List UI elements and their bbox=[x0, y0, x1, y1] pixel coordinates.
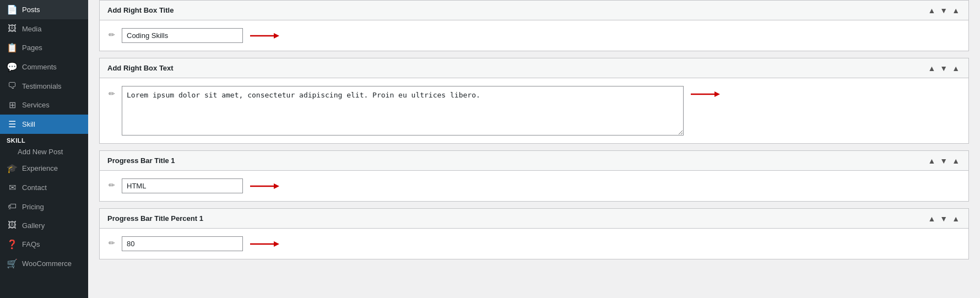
section-pb1-collapse-btn[interactable]: ▲ bbox=[951, 157, 961, 165]
textarea-arrow-wrapper: Lorem ipsum dolor sit amet, consectetur … bbox=[122, 86, 721, 136]
section-progress-bar-percent-1: Progress Bar Title Percent 1 ▲ ▼ ▲ ✏ bbox=[99, 208, 969, 259]
sidebar-label-pages: Pages bbox=[22, 44, 42, 52]
section-right-box-title-header: Add Right Box Title ▲ ▼ ▲ bbox=[100, 1, 968, 20]
sidebar-label-comments: Comments bbox=[22, 63, 57, 71]
section-progress-bar-percent-1-body: ✏ bbox=[100, 229, 968, 259]
pricing-icon: 🏷 bbox=[7, 202, 18, 212]
section-up-btn[interactable]: ▲ bbox=[927, 7, 936, 14]
section-text-collapse-btn[interactable]: ▲ bbox=[951, 64, 961, 72]
section-pb1-down-btn[interactable]: ▼ bbox=[939, 157, 949, 165]
section-right-box-title: Add Right Box Title ▲ ▼ ▲ ✏ bbox=[99, 0, 969, 51]
posts-icon: 📄 bbox=[7, 4, 18, 15]
sidebar-item-contact[interactable]: ✉ Contact bbox=[0, 178, 88, 197]
sidebar-section-skill: Skill bbox=[0, 134, 88, 145]
svg-marker-1 bbox=[274, 33, 279, 39]
sidebar-item-media[interactable]: 🖼 Media bbox=[0, 19, 88, 38]
sidebar-label-pricing: Pricing bbox=[22, 203, 44, 211]
red-arrow-1 bbox=[247, 31, 280, 41]
sidebar-label-services: Services bbox=[22, 101, 50, 109]
section-text-down-btn[interactable]: ▼ bbox=[939, 64, 949, 72]
pencil-icon: ✏ bbox=[109, 30, 115, 39]
gallery-icon: 🖼 bbox=[7, 220, 18, 230]
section-progress-bar-percent-1-label: Progress Bar Title Percent 1 bbox=[107, 214, 203, 223]
sidebar-label-media: Media bbox=[22, 25, 41, 33]
sidebar-item-testimonials[interactable]: 🗨 Testimonials bbox=[0, 77, 88, 95]
sidebar-item-posts[interactable]: 📄 Posts bbox=[0, 0, 88, 19]
red-arrow-3 bbox=[247, 181, 280, 191]
section-right-box-title-label: Add Right Box Title bbox=[107, 6, 174, 14]
section-pbp1-up-btn[interactable]: ▲ bbox=[927, 215, 936, 223]
sidebar-label-experience: Experience bbox=[22, 164, 58, 172]
section-right-box-text-header: Add Right Box Text ▲ ▼ ▲ bbox=[100, 58, 968, 78]
section-pb1-up-btn[interactable]: ▲ bbox=[927, 157, 936, 165]
section-progress-bar-percent-1-controls: ▲ ▼ ▲ bbox=[927, 215, 961, 223]
section-pbp1-collapse-btn[interactable]: ▲ bbox=[951, 215, 961, 223]
sidebar-item-gallery[interactable]: 🖼 Gallery bbox=[0, 216, 88, 235]
sidebar-sub-add-new-post[interactable]: Add New Post bbox=[0, 145, 88, 159]
sidebar-label-contact: Contact bbox=[22, 183, 47, 192]
sidebar-label-faqs: FAQs bbox=[22, 240, 40, 248]
pencil-icon-4: ✏ bbox=[109, 239, 115, 247]
right-box-text-textarea[interactable]: Lorem ipsum dolor sit amet, consectetur … bbox=[122, 86, 684, 136]
progress-bar-title-1-input[interactable] bbox=[122, 178, 243, 193]
sidebar-item-skill[interactable]: ☰ Skill bbox=[0, 115, 88, 134]
section-right-box-text-label: Add Right Box Text bbox=[107, 64, 174, 72]
sidebar: 📄 Posts 🖼 Media 📋 Pages 💬 Comments 🗨 Tes… bbox=[0, 0, 88, 298]
contact-icon: ✉ bbox=[7, 182, 18, 193]
section-collapse-btn[interactable]: ▲ bbox=[951, 7, 961, 14]
woocommerce-icon: 🛒 bbox=[7, 258, 18, 269]
section-progress-bar-title-1-body: ✏ bbox=[100, 171, 968, 201]
red-arrow-4 bbox=[247, 239, 280, 249]
services-icon: ⊞ bbox=[7, 100, 18, 110]
svg-marker-5 bbox=[274, 183, 279, 189]
right-box-title-input[interactable] bbox=[122, 28, 243, 43]
section-right-box-text-body: ✏ Lorem ipsum dolor sit amet, consectetu… bbox=[100, 78, 968, 143]
section-right-box-title-controls: ▲ ▼ ▲ bbox=[927, 7, 961, 14]
svg-marker-7 bbox=[274, 241, 279, 247]
section-progress-bar-title-1-label: Progress Bar Title 1 bbox=[107, 156, 175, 165]
progress-bar-percent-1-input[interactable] bbox=[122, 236, 243, 251]
sidebar-label-woocommerce: WooCommerce bbox=[22, 259, 72, 268]
sidebar-label-posts: Posts bbox=[22, 6, 40, 14]
input-arrow-wrapper-3 bbox=[122, 236, 280, 251]
section-down-btn[interactable]: ▼ bbox=[939, 7, 949, 14]
comments-icon: 💬 bbox=[7, 62, 18, 72]
section-text-up-btn[interactable]: ▲ bbox=[927, 64, 936, 72]
experience-icon: 🎓 bbox=[7, 163, 18, 174]
sidebar-item-faqs[interactable]: ❓ FAQs bbox=[0, 235, 88, 254]
section-pbp1-down-btn[interactable]: ▼ bbox=[939, 215, 949, 223]
sidebar-label-gallery: Gallery bbox=[22, 221, 45, 230]
main-content: Add Right Box Title ▲ ▼ ▲ ✏ Add bbox=[88, 0, 980, 298]
section-right-box-text-controls: ▲ ▼ ▲ bbox=[927, 64, 961, 72]
sidebar-label-testimonials: Testimonials bbox=[22, 82, 62, 90]
pencil-icon-2: ✏ bbox=[109, 89, 115, 98]
sidebar-label-skill: Skill bbox=[22, 120, 35, 128]
input-arrow-wrapper bbox=[122, 28, 280, 43]
sidebar-item-comments[interactable]: 💬 Comments bbox=[0, 57, 88, 77]
section-right-box-text: Add Right Box Text ▲ ▼ ▲ ✏ Lorem ipsum d… bbox=[99, 58, 969, 144]
pencil-icon-3: ✏ bbox=[109, 181, 115, 189]
faqs-icon: ❓ bbox=[7, 239, 18, 250]
media-icon: 🖼 bbox=[7, 24, 18, 34]
svg-marker-3 bbox=[714, 91, 720, 97]
red-arrow-2 bbox=[688, 89, 721, 99]
section-progress-bar-title-1-header: Progress Bar Title 1 ▲ ▼ ▲ bbox=[100, 151, 968, 171]
sidebar-item-pages[interactable]: 📋 Pages bbox=[0, 38, 88, 57]
pages-icon: 📋 bbox=[7, 42, 18, 53]
testimonials-icon: 🗨 bbox=[7, 81, 18, 91]
skill-icon: ☰ bbox=[7, 119, 18, 129]
sidebar-item-pricing[interactable]: 🏷 Pricing bbox=[0, 197, 88, 216]
add-new-post-label: Add New Post bbox=[18, 148, 63, 156]
sidebar-item-experience[interactable]: 🎓 Experience bbox=[0, 159, 88, 178]
sidebar-item-woocommerce[interactable]: 🛒 WooCommerce bbox=[0, 254, 88, 273]
section-progress-bar-percent-1-header: Progress Bar Title Percent 1 ▲ ▼ ▲ bbox=[100, 209, 968, 229]
input-arrow-wrapper-2 bbox=[122, 178, 280, 193]
section-progress-bar-title-1: Progress Bar Title 1 ▲ ▼ ▲ ✏ bbox=[99, 150, 969, 202]
section-right-box-title-body: ✏ bbox=[100, 20, 968, 51]
sidebar-item-services[interactable]: ⊞ Services bbox=[0, 95, 88, 115]
section-progress-bar-title-1-controls: ▲ ▼ ▲ bbox=[927, 157, 961, 165]
